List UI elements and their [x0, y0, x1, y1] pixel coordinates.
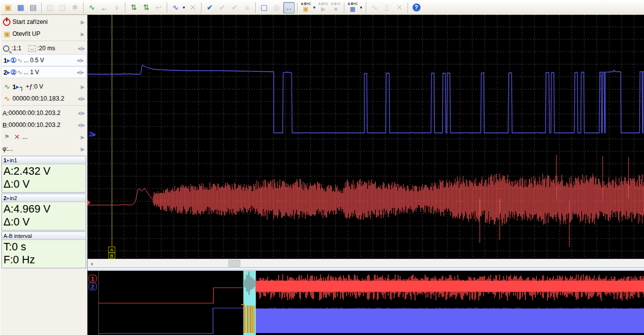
- toolbar-separator: [41, 2, 42, 13]
- copy-waveform-image-icon: ◫: [59, 3, 66, 12]
- coupling-sine-icon: ∿: [17, 69, 22, 76]
- measure-panel-header: A-B interval: [2, 232, 86, 240]
- sequence-display-button[interactable]: A:B+C▦: [347, 2, 358, 13]
- checklist-icon: ≡: [245, 3, 249, 12]
- cursor-b-time-row[interactable]: B:00000:00:10.203.2◀▶: [0, 119, 87, 131]
- impulse-view-button[interactable]: ∿: [86, 2, 98, 13]
- overview-badge-channel2[interactable]: 2: [89, 283, 97, 290]
- measure-panel-ab-interval: A-B intervalT:0 sF:0 Hz: [1, 231, 86, 268]
- flag-icon: ⚑: [2, 132, 11, 141]
- accept-prev-icon: ✔: [231, 3, 238, 12]
- time-sine-icon: ∿: [2, 94, 11, 103]
- measure-panel-body: T:0 sF:0 Hz: [2, 240, 86, 268]
- measure-value-line: F:0 Hz: [3, 253, 84, 266]
- sequence-open-dropdown-arrow[interactable]: ▼: [312, 2, 317, 13]
- timebase-value: :20 ms: [37, 45, 78, 52]
- time-spin-arrows[interactable]: ◀▶: [78, 111, 86, 115]
- overview-selection-orange-bar: [245, 306, 246, 333]
- accept-button[interactable]: ✔: [204, 2, 215, 13]
- sidebar-row-label: Otevřít UP: [12, 30, 81, 37]
- toolbar-separator: [83, 2, 84, 13]
- trigger-row[interactable]: ∿1▸┐+ƒ:0 V▶: [0, 81, 87, 93]
- overview-channel2-band: [256, 309, 644, 333]
- time-spin-arrows[interactable]: ◀▶: [78, 123, 86, 127]
- sequence-open-icon: ▣: [303, 5, 309, 12]
- overview-channel1-line: [99, 288, 243, 303]
- measure-panel-header: 1▸in1: [2, 156, 86, 164]
- delete-markers-icon: ✕: [190, 3, 196, 12]
- view-waveform-button: ∿: [369, 2, 380, 13]
- separator-strip: [88, 267, 644, 271]
- cursor-a-time-row[interactable]: A:00000:00:10.203.2◀▶: [0, 107, 87, 119]
- expand-vertical-button[interactable]: ⇅: [128, 2, 139, 13]
- undo-button: ↩: [153, 2, 164, 13]
- measure-panel-body: A:4.969 VΔ:0 V: [2, 202, 86, 230]
- select-region-button[interactable]: ▢: [258, 2, 270, 13]
- measure-panel-in1: 1▸in1A:2.432 VΔ:0 V: [1, 156, 86, 193]
- timebase-spin-arrows[interactable]: ◀▶: [78, 46, 86, 51]
- marker-flag-row[interactable]: ⚑✕...▶: [0, 131, 87, 143]
- save-button[interactable]: ▦: [15, 2, 26, 13]
- channel2-range-row[interactable]: 2▸②∿ ... 1 V◀▶: [1, 66, 87, 78]
- shrink-vertical-button[interactable]: ⇅: [140, 2, 152, 13]
- main-toolbar: ▣▦▤◫◫✱∿←∨⇅⇅↩∿▼✕✔✔✔≡▢◎↔A:B+C▣▼A:B+C▶A:B+C…: [0, 0, 644, 15]
- overview-badge-channel1[interactable]: 1: [89, 275, 97, 282]
- channel2-position-marker[interactable]: 2▸: [89, 130, 96, 138]
- submenu-arrow-icon: ▶: [81, 134, 86, 140]
- undo-icon: ↩: [155, 3, 162, 12]
- channel1-waveform: [88, 155, 644, 247]
- checklist-button: ≡: [241, 2, 253, 13]
- sequence-display-dropdown-arrow[interactable]: ▼: [359, 2, 363, 13]
- help-button[interactable]: ?: [411, 2, 422, 13]
- time-spin-arrows[interactable]: ◀▶: [78, 97, 86, 101]
- sequence-play-icon: ▶: [321, 5, 325, 12]
- print-icon: ▤: [29, 3, 36, 12]
- print-button[interactable]: ▤: [27, 2, 39, 13]
- measure-value-line: Δ:0 V: [3, 216, 84, 228]
- sequence-open-button[interactable]: A:B+C▣: [300, 2, 312, 13]
- horizontal-scrollbar[interactable]: ‹: [88, 259, 644, 267]
- panel-channel-number: 1: [3, 157, 6, 163]
- accept-icon: ✔: [207, 3, 213, 12]
- record-time-row[interactable]: ∿00000:00:10.183.2◀▶: [0, 93, 87, 105]
- fit-markers-icon: ↔: [285, 3, 293, 12]
- toolbar-separator: [408, 2, 408, 13]
- timestamp-value: 00000:00:10.203.2: [8, 121, 77, 128]
- channel-range-value: ... 0.5 V: [23, 57, 76, 64]
- zoom-timebase-row[interactable]: :1:1↔:20 ms◀▶: [0, 42, 87, 54]
- voltage-box-button: ∨: [111, 2, 122, 13]
- overview-channel2-line: [99, 308, 243, 334]
- expand-vertical-icon: ⇅: [130, 3, 137, 12]
- waveform-plot-area[interactable]: AB 2▸: [88, 15, 644, 259]
- save-icon: ▦: [17, 3, 24, 12]
- measure-markers-icon: ∿: [172, 3, 179, 12]
- abc-badge-label: A:B+C: [347, 2, 358, 5]
- panel-title: A-B interval: [3, 233, 32, 239]
- channel-range-spin-arrows[interactable]: ◀▶: [77, 70, 85, 75]
- timestamp-value: 00000:00:10.203.2: [8, 110, 77, 116]
- overview-pane[interactable]: 12: [88, 271, 644, 335]
- scrollbar-left-arrow[interactable]: ‹: [89, 259, 96, 267]
- overview-selection-orange-bar: [244, 306, 245, 333]
- power-icon: [3, 18, 10, 26]
- measure-markers-dropdown-arrow[interactable]: ▼: [182, 2, 186, 13]
- overview-channel2-band-fuzz: [256, 308, 644, 309]
- phase-row[interactable]: φ:...▶: [0, 143, 87, 155]
- delete-button: ✕: [394, 2, 405, 13]
- channel-range-spin-arrows[interactable]: ◀▶: [77, 58, 85, 63]
- submenu-arrow-icon: ▶: [81, 31, 86, 37]
- scrollbar-thumb[interactable]: [228, 260, 240, 267]
- coupling-sine-icon: ∿: [17, 57, 22, 64]
- measure-markers-button[interactable]: ∿: [170, 2, 181, 13]
- open-file-button[interactable]: ▣: [2, 2, 14, 13]
- channel1-range-row[interactable]: 1▸①∿ ... 0.5 V◀▶: [1, 54, 87, 66]
- start-device-menu[interactable]: Start zařízeni▶: [0, 16, 87, 28]
- impulse-view-icon: ∿: [89, 3, 95, 12]
- fit-markers-button[interactable]: ↔: [283, 2, 295, 13]
- fit-horizontal-button[interactable]: ←: [99, 2, 110, 13]
- open-up-menu[interactable]: ▣Otevřít UP▶: [0, 28, 87, 40]
- edit-tool-icon: ✱: [72, 3, 78, 12]
- sequence-stop-icon: ■: [334, 5, 337, 12]
- panel-title: in1: [10, 157, 17, 163]
- copy-waveform-image-button: ◫: [57, 2, 68, 13]
